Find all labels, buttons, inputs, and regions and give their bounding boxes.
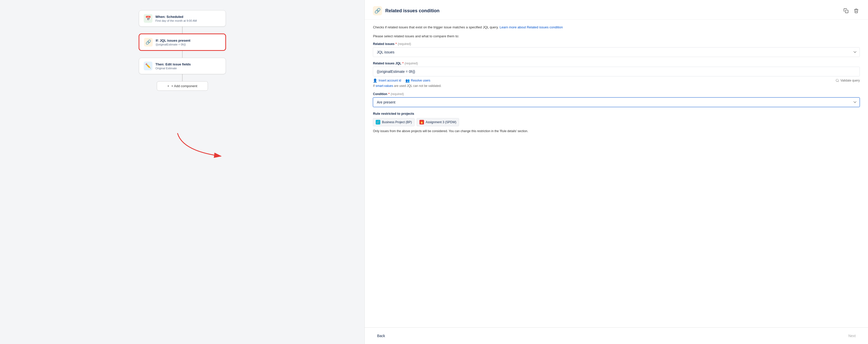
smart-values-link[interactable]: smart-values (375, 84, 393, 88)
related-issues-field-group: Related issues * (required) JQL issues L… (373, 42, 860, 57)
connector-3 (182, 74, 183, 81)
jql-node-title: If: JQL issues present (156, 39, 190, 42)
panel-header: 🔗 Related issues condition (365, 0, 868, 20)
users-icon: 👥 (405, 78, 410, 82)
panel-title: Related issues condition (385, 8, 439, 13)
jql-input[interactable] (373, 67, 860, 76)
scheduled-node-text: When: Scheduled First day of the month a… (155, 15, 197, 22)
jql-field-group: Related issues JQL * (required) 👤 Insert… (373, 62, 860, 88)
projects-label: Rule restricted to projects (373, 112, 860, 115)
panel-header-actions (842, 7, 860, 14)
projects-chips: 🔗 Business Project (BP) 🔥 Assignment 3 (… (373, 118, 860, 126)
project-name-spdw: Assignment 3 (SPDW) (426, 121, 456, 124)
jql-actions-row: 👤 Insert account id 👥 Resolve users Vali… (373, 78, 860, 82)
smart-values-note: If smart-values are used JQL can not be … (373, 84, 860, 88)
plus-icon: + (167, 84, 169, 88)
condition-select[interactable]: Are present Are absent (373, 97, 860, 107)
red-arrow (175, 131, 231, 161)
projects-section: Rule restricted to projects 🔗 Business P… (373, 112, 860, 133)
condition-label: Condition * (required) (373, 92, 860, 96)
link-icon: 🔗 (144, 38, 153, 46)
connector-1 (182, 27, 183, 34)
workflow-container: 📅 When: Scheduled First day of the month… (139, 10, 226, 91)
next-button[interactable]: Next (844, 332, 860, 340)
section-label: Please select related issues and what to… (373, 34, 860, 38)
copy-button[interactable] (842, 7, 849, 14)
delete-button[interactable] (852, 7, 860, 14)
edit-node-title: Then: Edit issue fields (155, 62, 191, 66)
edit-node-subtitle: Original Estimate (155, 67, 191, 70)
calendar-icon: 📅 (144, 14, 152, 23)
search-icon (836, 79, 839, 82)
project-chip-bp: 🔗 Business Project (BP) (373, 118, 414, 126)
left-panel: 📅 When: Scheduled First day of the month… (0, 0, 365, 344)
learn-more-link[interactable]: Learn more about Related issues conditio… (499, 25, 563, 29)
related-issues-select[interactable]: JQL issues Linked issues Sub-tasks (373, 47, 860, 57)
edit-node[interactable]: ✏️ Then: Edit issue fields Original Esti… (139, 58, 226, 74)
insert-account-id-button[interactable]: 👤 Insert account id (373, 78, 401, 82)
project-name-bp: Business Project (BP) (382, 121, 412, 124)
scheduled-node-title: When: Scheduled (155, 15, 197, 19)
jql-field-label: Related issues JQL * (required) (373, 62, 860, 65)
copy-icon (843, 8, 848, 13)
scheduled-node[interactable]: 📅 When: Scheduled First day of the month… (139, 10, 226, 27)
panel-body: Checks if related issues that exist on t… (365, 20, 868, 328)
svg-point-2 (836, 79, 838, 81)
project-chip-spdw: 🔥 Assignment 3 (SPDW) (416, 118, 459, 126)
jql-node[interactable]: 🔗 If: JQL issues present {{originalEstim… (139, 34, 226, 50)
validate-query-button[interactable]: Validate query (836, 79, 860, 82)
project-icon-bp: 🔗 (376, 120, 380, 125)
svg-line-3 (838, 81, 839, 82)
edit-icon: ✏️ (144, 62, 152, 70)
panel-footer: Back Next (365, 328, 868, 344)
connector-2 (182, 50, 183, 58)
resolve-users-button[interactable]: 👥 Resolve users (405, 78, 430, 82)
project-icon-spdw: 🔥 (420, 120, 424, 125)
jql-left-actions: 👤 Insert account id 👥 Resolve users (373, 78, 430, 82)
jql-node-subtitle: {{originalEstimate = 0h}} (156, 43, 190, 46)
related-issues-label: Related issues * (required) (373, 42, 860, 46)
back-button[interactable]: Back (373, 332, 389, 340)
scheduled-node-subtitle: First day of the month at 9:00 AM (155, 19, 197, 22)
add-component-button[interactable]: + + Add component (157, 81, 208, 91)
edit-node-text: Then: Edit issue fields Original Estimat… (155, 62, 191, 70)
add-component-label: + Add component (172, 84, 197, 88)
right-panel: 🔗 Related issues condition (365, 0, 868, 344)
jql-node-text: If: JQL issues present {{originalEstimat… (156, 39, 190, 46)
account-icon: 👤 (373, 78, 377, 82)
projects-note: Only issues from the above projects will… (373, 129, 860, 133)
trash-icon (854, 8, 859, 13)
condition-field-group: Condition * (required) Are present Are a… (373, 92, 860, 107)
svg-rect-1 (845, 10, 848, 13)
description-text: Checks if related issues that exist on t… (373, 25, 860, 30)
panel-header-icon: 🔗 (373, 6, 382, 15)
panel-title-row: 🔗 Related issues condition (373, 6, 439, 15)
